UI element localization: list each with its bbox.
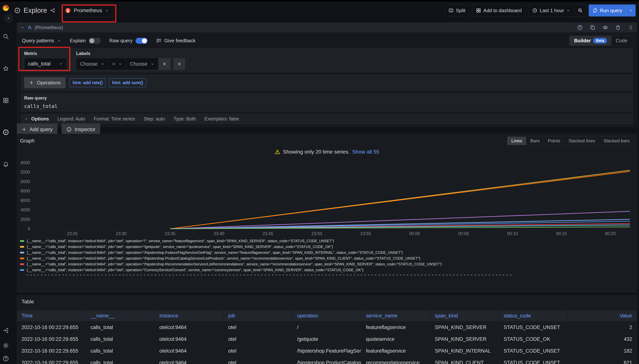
code-mode-button[interactable]: Code — [611, 36, 632, 46]
y-tick-label: 6000 — [20, 198, 30, 203]
table-row[interactable]: 2022-10-16 00:22:29.655calls_totalotelco… — [17, 321, 637, 333]
editor-mode-toggle: Builder Beta Code — [570, 36, 632, 46]
chevron-down-icon — [105, 8, 109, 12]
column-header-service-name[interactable]: service_name — [362, 310, 430, 321]
table-cell: otelcol:9464 — [155, 345, 224, 357]
show-all-series-link[interactable]: Show all 55 — [352, 149, 379, 155]
query-hint-button[interactable]: hint: add sum() — [109, 78, 146, 87]
metric-select[interactable]: calls_total — [24, 58, 67, 70]
table-cell: 621 — [568, 357, 637, 364]
metric-select-value: calls_total — [28, 61, 50, 67]
explore-compass-icon — [14, 7, 20, 14]
y-tick-label: 0 — [28, 226, 30, 231]
legend-series-label: {__name__="calls_total", instance="otelc… — [27, 268, 364, 272]
eye-icon[interactable] — [602, 25, 608, 30]
column-header---name--[interactable]: __name__ — [86, 310, 155, 321]
table-panel: Table Time__name__instancejoboperationse… — [17, 295, 637, 364]
legend-row[interactable]: {__name__="calls_total", instance="otelc… — [20, 261, 634, 267]
column-header-value[interactable]: Value — [568, 310, 637, 321]
query-row-header[interactable]: A (Prometheus) — [17, 23, 637, 32]
page-title: Explore — [24, 6, 47, 14]
y-tick-label: 4000 — [20, 208, 30, 212]
copy-icon[interactable] — [590, 25, 596, 30]
table-row[interactable]: 2022-10-16 00:22:29.655calls_totalotelco… — [17, 357, 637, 364]
raw-query-toggle[interactable] — [136, 38, 148, 44]
table-row[interactable]: 2022-10-16 00:22:29.655calls_totalotelco… — [17, 345, 637, 357]
give-feedback-link[interactable]: Give feedback — [156, 38, 196, 44]
split-button[interactable]: Split — [444, 4, 469, 16]
sidebar-item-explore-icon[interactable] — [2, 129, 9, 136]
sidebar — [0, 2, 12, 364]
builder-mode-button[interactable]: Builder Beta — [570, 36, 611, 46]
help-circle-icon[interactable] — [577, 25, 583, 30]
column-header-operation[interactable]: operation — [292, 310, 361, 321]
trash-icon[interactable] — [615, 25, 621, 30]
time-range-label: Last 1 hour — [540, 8, 564, 14]
sidebar-item-dashboards-icon[interactable] — [2, 97, 9, 104]
table-cell: 2022-10-16 00:22:29.655 — [17, 357, 86, 364]
graph-mode-points[interactable]: Points — [544, 137, 564, 145]
close-icon — [162, 62, 167, 66]
graph-mode-stacked-lines[interactable]: Stacked lines — [564, 137, 599, 145]
add-label-filter-button[interactable] — [174, 58, 185, 70]
sidebar-expand-button[interactable] — [4, 14, 13, 22]
column-header-time[interactable]: Time — [17, 310, 86, 321]
query-hint-button[interactable]: hint: add rate() — [70, 78, 106, 87]
graph-mode-bars[interactable]: Bars — [526, 137, 544, 145]
table-cell: otel — [224, 321, 292, 333]
drag-handle-icon[interactable] — [628, 25, 634, 30]
sidebar-item-search-icon[interactable] — [2, 33, 9, 40]
legend-series-label: {__name__="calls_total", instance="otelc… — [27, 239, 334, 243]
datasource-picker[interactable]: Prometheus — [61, 4, 113, 17]
share-icon[interactable] — [50, 8, 56, 13]
plus-icon — [29, 80, 34, 85]
run-query-label: Run query — [600, 8, 622, 14]
run-query-button[interactable]: Run query — [589, 4, 636, 16]
time-range-picker[interactable]: Last 1 hour — [528, 4, 586, 16]
graph-mode-lines[interactable]: Lines — [507, 137, 526, 145]
sidebar-item-starred-icon[interactable] — [2, 66, 9, 72]
x-tick-label: 00:05 — [458, 231, 469, 236]
table-cell: 432 — [568, 333, 637, 345]
options-expander[interactable]: Options — [24, 116, 49, 122]
label-operator-select[interactable]: = — [108, 58, 126, 70]
add-to-dashboard-button[interactable]: Add to dashboard — [472, 4, 526, 16]
raw-query-preview-value: calls_total — [24, 103, 630, 109]
label-value-select[interactable]: Choose — [126, 58, 158, 70]
options-summary-item: Format: Time series — [94, 116, 135, 122]
legend-row[interactable]: {__name__="calls_total", instance="otelc… — [20, 244, 634, 250]
legend-row[interactable]: {__name__="calls_total", instance="otelc… — [20, 238, 634, 244]
split-button-label: Split — [456, 8, 466, 14]
x-tick-label: 00:15 — [556, 231, 567, 236]
explain-toggle-group: Explain — [70, 38, 101, 44]
sidebar-item-sign-in-icon[interactable] — [2, 327, 9, 334]
table-row[interactable]: 2022-10-16 00:22:29.655calls_totalotelco… — [17, 333, 637, 345]
run-query-dropdown[interactable] — [626, 4, 636, 16]
chevron-down-icon — [150, 62, 154, 66]
legend-row[interactable]: {__name__="calls_total", instance="otelc… — [20, 256, 634, 261]
table-cell: STATUS_CODE_UNSET — [499, 357, 568, 364]
table-cell: featureflagservice — [362, 321, 430, 333]
column-header-span-kind[interactable]: span_kind — [430, 310, 499, 321]
grafana-logo-icon[interactable] — [2, 4, 10, 12]
legend-row[interactable]: {__name__="calls_total", instance="otelc… — [20, 267, 634, 273]
graph-mode-stacked-bars[interactable]: Stacked bars — [599, 137, 634, 145]
x-tick-label: 00:00 — [409, 231, 420, 236]
explain-toggle[interactable] — [89, 38, 101, 44]
query-editor-body: Query patterns Explain Raw query Give fe… — [17, 32, 637, 127]
raw-query-preview-label: Raw query — [24, 96, 630, 101]
sidebar-item-alerting-icon[interactable] — [2, 161, 9, 167]
sidebar-item-help-icon[interactable] — [2, 356, 9, 362]
zoom-out-time-button[interactable] — [574, 5, 586, 16]
column-header-status-code[interactable]: status_code — [499, 310, 568, 321]
sidebar-item-configuration-icon[interactable] — [2, 342, 9, 349]
column-header-instance[interactable]: instance — [155, 310, 224, 321]
label-key-select[interactable]: Choose — [76, 58, 108, 70]
column-header-job[interactable]: job — [224, 310, 292, 321]
legend-row[interactable]: {__name__="calls_total", instance="otelc… — [20, 250, 634, 256]
query-patterns-dropdown[interactable]: Query patterns — [22, 38, 61, 44]
remove-label-filter-button[interactable] — [158, 58, 170, 70]
label-filter-group: Choose = Choose — [76, 58, 170, 70]
legend-series-label: {__name__="calls_total", instance="otelc… — [27, 250, 403, 255]
add-operation-button[interactable]: Operations — [24, 77, 66, 88]
